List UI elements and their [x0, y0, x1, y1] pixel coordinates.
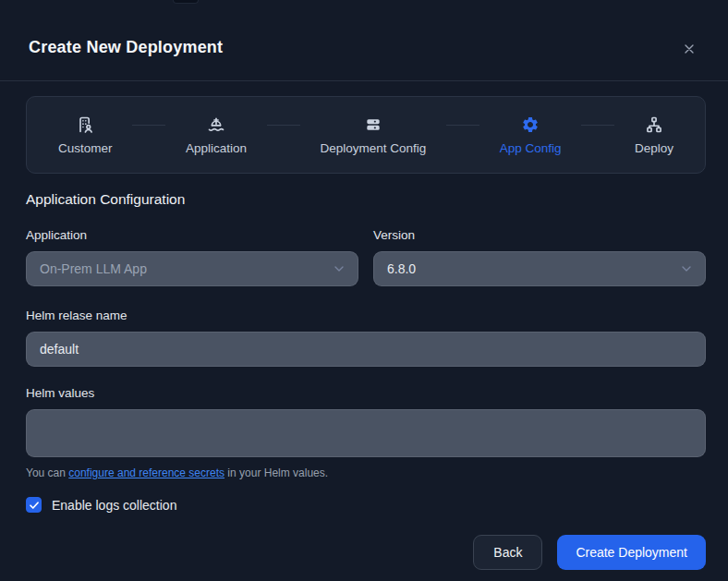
secrets-note: You can configure and reference secrets … — [26, 466, 706, 479]
helm-values-field-group: Helm values You can configure and refere… — [26, 385, 706, 479]
create-deployment-button[interactable]: Create Deployment — [557, 535, 706, 570]
step-application[interactable]: Application — [186, 115, 247, 155]
helm-values-textarea[interactable] — [26, 409, 706, 457]
step-label: Application — [186, 141, 247, 155]
helm-release-label: Helm relase name — [26, 308, 706, 323]
gear-icon — [521, 115, 540, 134]
step-label: Deployment Config — [320, 141, 426, 155]
helm-release-field-group: Helm relase name — [26, 308, 706, 367]
step-deployment-config[interactable]: Deployment Config — [320, 115, 426, 155]
back-button[interactable]: Back — [473, 535, 542, 570]
logs-collection-label: Enable logs collection — [52, 498, 176, 513]
deployment-stepper: Customer Application — [26, 96, 706, 174]
step-deploy[interactable]: Deploy — [635, 115, 673, 155]
secrets-link[interactable]: configure and reference secrets — [68, 466, 224, 479]
chevron-down-icon — [332, 261, 346, 276]
step-connector — [562, 125, 635, 126]
application-select-value: On-Prem LLM App — [40, 261, 147, 276]
building-user-icon — [76, 115, 94, 134]
helm-values-label: Helm values — [26, 385, 706, 401]
step-label: App Config — [500, 141, 562, 155]
close-icon[interactable] — [681, 41, 698, 57]
step-connector — [113, 125, 186, 126]
modal-body: Customer Application — [0, 81, 728, 570]
application-label: Application — [26, 227, 358, 243]
step-connector — [426, 125, 499, 126]
version-label: Version — [373, 227, 706, 243]
secrets-note-suffix: in your Helm values. — [224, 466, 328, 479]
secrets-note-prefix: You can — [26, 466, 68, 479]
logs-collection-checkbox[interactable] — [26, 497, 42, 513]
modal-title: Create New Deployment — [29, 38, 223, 57]
step-customer[interactable]: Customer — [58, 115, 113, 155]
step-label: Deploy — [635, 141, 673, 155]
ship-icon — [207, 115, 225, 134]
step-label: Customer — [58, 141, 113, 155]
app-version-row: Application On-Prem LLM App Version 6.8.… — [26, 227, 706, 286]
version-field-group: Version 6.8.0 — [373, 227, 706, 286]
application-select[interactable]: On-Prem LLM App — [26, 251, 358, 286]
network-icon — [645, 115, 663, 134]
logs-collection-row: Enable logs collection — [26, 497, 706, 513]
server-icon — [364, 115, 382, 134]
version-select-value: 6.8.0 — [387, 261, 416, 276]
step-connector — [247, 125, 320, 126]
chevron-down-icon — [679, 261, 694, 276]
modal-header: Create New Deployment — [0, 0, 728, 81]
version-select[interactable]: 6.8.0 — [373, 251, 706, 286]
modal-footer: Back Create Deployment — [26, 535, 706, 570]
step-app-config[interactable]: App Config — [500, 115, 562, 155]
section-title: Application Configuration — [26, 191, 706, 208]
application-field-group: Application On-Prem LLM App — [26, 227, 358, 286]
helm-release-input[interactable] — [26, 332, 706, 367]
